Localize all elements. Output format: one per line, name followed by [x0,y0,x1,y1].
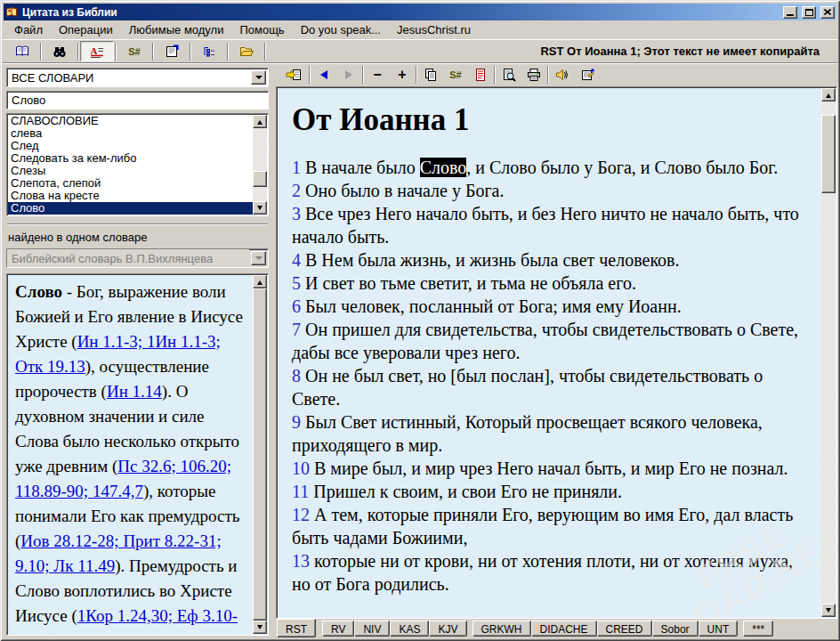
word-list-item[interactable]: Слепота, слепой [8,177,253,190]
binoculars-icon [52,45,67,59]
scroll-down-button[interactable] [253,621,267,634]
increase-font-button[interactable]: + [390,65,415,85]
tab-rst[interactable]: RST [277,619,316,637]
chevron-down-icon [255,76,262,83]
tab-rv[interactable]: RV [322,621,354,637]
dictionary-button[interactable]: A [80,41,114,61]
svg-text:A: A [91,45,98,55]
article-reference-link[interactable]: Ин 1.14 [107,382,162,401]
dictionary-select-value: ВСЕ СЛОВАРИ [7,69,249,86]
dictionary-a-icon: A [90,45,104,59]
bible-window-button[interactable] [5,41,39,61]
verse-11: 11 Пришел к своим, и свои Его не приняли… [292,480,809,503]
article-text-segment: ). (См. пророчествовать) [31,631,207,636]
toolbar-separator [77,43,79,61]
commentary-button[interactable] [468,65,493,85]
scroll-up-button[interactable] [253,115,267,128]
tab-kas[interactable]: KAS [390,621,429,637]
scroll-up-button[interactable] [821,88,836,101]
word-list-item[interactable]: Слово [8,202,253,215]
open-module-button[interactable] [230,41,263,61]
verse-number: 2 [292,181,301,200]
verse-number: 5 [292,273,301,293]
source-dictionary-dropdown-button[interactable] [251,251,266,265]
toolbar-separator [190,43,191,61]
back-button[interactable] [311,65,336,85]
menu-item-1[interactable]: Файл [6,21,51,39]
document-form-icon [165,45,179,59]
speech-button[interactable] [550,65,575,85]
word-search-input[interactable] [7,92,268,109]
word-list-item[interactable]: Следовать за кем-либо [8,152,253,165]
maximize-icon [805,9,813,16]
close-icon [824,9,831,15]
verse-6: 6 Был человек, посланный от Бога; имя ем… [292,295,809,318]
title-bar[interactable]: Цитата из Библии [4,4,836,20]
tab-grkwh[interactable]: GRKWH [472,621,531,637]
symphony-button[interactable] [155,41,189,61]
scroll-down-button[interactable] [253,201,267,215]
verse-7: 7 Он пришел для свидетельства, чтобы сви… [292,318,809,364]
bible-panel: − + S# [276,63,837,638]
arrow-down-icon [257,625,262,632]
tab-unt[interactable]: UNT [699,621,739,637]
strong-numbers-toggle-button[interactable]: S# [443,65,468,85]
dictionary-select-dropdown-button[interactable] [251,70,266,85]
word-list-item[interactable]: След [8,140,253,152]
verse-number: 3 [292,204,301,223]
print-button[interactable] [521,65,546,85]
dictionary-select[interactable]: ВСЕ СЛОВАРИ [6,68,269,87]
word-list-item[interactable]: Слова на кресте [8,190,253,202]
tab-didache[interactable]: DIDACHE [531,621,597,637]
menu-item-6[interactable]: JesusChrist.ru [389,21,479,39]
toolbar-separator [362,66,364,84]
close-button[interactable] [820,6,835,19]
module-tabs: RSTRVNIVKASKJVGRKWHDIDACHECREEDSoborUNT*… [276,619,837,638]
tab-creed[interactable]: CREED [597,621,652,637]
chevron-down-icon [255,256,262,264]
word-list: СЛАВОСЛОВИЕслеваСледСледовать за кем-либ… [8,115,253,215]
scrollbar-thumb[interactable] [253,171,267,187]
edit-page-icon [580,68,594,82]
menu-item-4[interactable]: Помощь [231,21,292,39]
search-button[interactable] [43,41,77,61]
scroll-up-button[interactable] [253,275,267,288]
verse-2: 2 Оно было в начале у Бога. [292,179,809,202]
tab-sobor[interactable]: Sobor [652,621,699,637]
decrease-font-button[interactable]: − [365,65,390,85]
toolbar-separator [115,43,117,61]
tab-niv[interactable]: NIV [354,621,390,637]
menu-item-3[interactable]: Любимые модули [121,21,232,39]
print-preview-button[interactable] [497,65,521,85]
reading-plan-button[interactable] [192,41,226,61]
plan-list-icon [202,45,216,59]
properties-button[interactable] [575,65,600,85]
scroll-down-button[interactable] [821,604,836,617]
toolbar-separator [264,43,266,61]
menu-item-2[interactable]: Операции [51,21,121,39]
word-list-scrollbar[interactable] [253,115,267,215]
word-list-item[interactable]: Слезы [8,165,253,177]
forward-button[interactable] [336,65,361,85]
copy-button[interactable] [418,65,443,85]
article-scrollbar[interactable] [253,275,267,634]
tab-kjv[interactable]: KJV [429,621,466,637]
strong-numbers-button[interactable]: S# [117,41,151,61]
scrollbar-thumb[interactable] [253,288,267,621]
word-list-item[interactable]: слева [8,127,253,140]
maximize-button[interactable] [802,6,816,19]
toolbar-separator [416,66,417,84]
bible-scrollbar[interactable] [821,88,836,617]
verse-number: 11 [292,482,309,501]
tab-stars[interactable]: *** [743,621,773,637]
menu-item-5[interactable]: Do you speak... [293,21,389,39]
highlighted-word: Слово [420,158,467,177]
app-icon [5,6,18,19]
reference-status-text: RST От Иоанна 1; Этот текст не имеет коп… [267,40,837,62]
minimize-button[interactable] [783,6,797,19]
source-dictionary-select[interactable]: Библейский словарь В.П.Вихлянцева [6,248,269,268]
goto-reference-button[interactable] [279,65,308,85]
word-list-item[interactable]: СЛАВОСЛОВИЕ [8,115,253,127]
scrollbar-thumb[interactable] [821,115,836,193]
main-area: ВСЕ СЛОВАРИ СЛАВОСЛОВИЕслеваСледСледоват… [3,63,837,638]
